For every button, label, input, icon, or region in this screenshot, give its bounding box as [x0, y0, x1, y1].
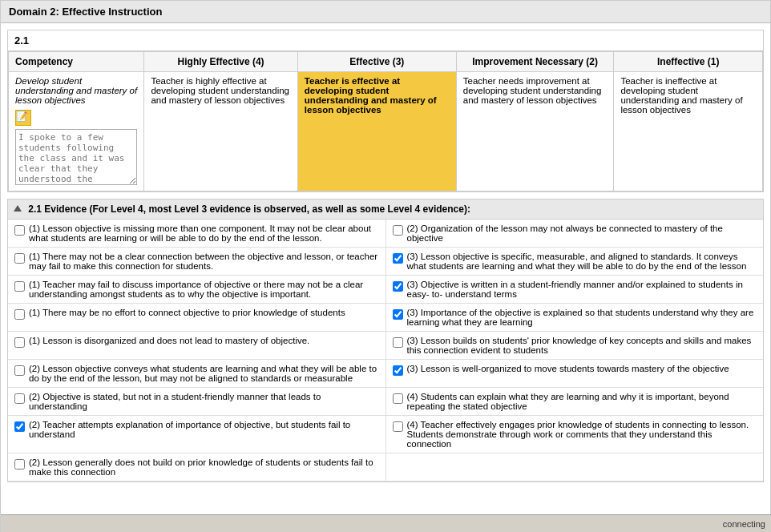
- col-ineffective: Ineffective (1): [614, 52, 763, 72]
- evidence-left-cell: (2) Objective is stated, but not in a st…: [8, 388, 386, 416]
- evidence-left-checkbox-group: (1) Lesson objective is missing more tha…: [14, 224, 379, 243]
- evidence-right-checkbox-group: (3) Lesson objective is specific, measur…: [393, 252, 757, 271]
- evidence-left-checkbox-group: (2) Lesson generally does not build on p…: [14, 457, 379, 477]
- evidence-right-cell: (3) Lesson is well-organized to move stu…: [386, 360, 763, 388]
- evidence-right-text: (3) Lesson is well-organized to move stu…: [407, 364, 729, 373]
- evidence-row: (2) Lesson objective conveys what studen…: [8, 360, 763, 388]
- section-21: 2.1 Competency Highly Effective (4) Effe…: [7, 30, 764, 192]
- evidence-header[interactable]: 2.1 Evidence (For Level 4, most Level 3 …: [8, 200, 763, 220]
- highly-effective-text: Teacher is highly effective at developin…: [151, 76, 289, 105]
- col-highly-effective: Highly Effective (4): [144, 52, 297, 72]
- evidence-left-text: (2) Teacher attempts explanation of impo…: [29, 420, 379, 439]
- evidence-row: (2) Objective is stated, but not in a st…: [8, 388, 763, 416]
- evidence-right-cell: (3) Objective is written in a student-fr…: [386, 276, 763, 304]
- evidence-row: (1) Lesson objective is missing more tha…: [8, 220, 763, 248]
- evidence-right-checkbox-group: (3) Objective is written in a student-fr…: [393, 280, 757, 299]
- evidence-left-checkbox-group: (1) Teacher may fail to discuss importan…: [14, 280, 379, 299]
- section-number: 2.1: [14, 34, 29, 46]
- evidence-checkbox[interactable]: [393, 421, 403, 432]
- main-container: Domain 2: Effective Instruction 2.1 Comp…: [0, 0, 771, 532]
- evidence-checkbox[interactable]: [393, 253, 403, 264]
- highly-effective-cell: Teacher is highly effective at developin…: [144, 72, 297, 191]
- evidence-checkbox[interactable]: [393, 225, 403, 236]
- note-textarea[interactable]: [15, 129, 137, 185]
- evidence-left-cell: (1) There may not be a clear connection …: [8, 248, 386, 276]
- evidence-left-cell: (2) Teacher attempts explanation of impo…: [8, 416, 386, 453]
- evidence-right-checkbox-group: (3) Importance of the objective is expla…: [393, 308, 757, 327]
- evidence-right-checkbox-group: (4) Students can explain what they are l…: [393, 392, 757, 411]
- evidence-checkbox[interactable]: [14, 365, 25, 376]
- connecting-status: connecting: [723, 519, 765, 529]
- evidence-checkbox[interactable]: [14, 309, 25, 320]
- collapse-triangle: [14, 205, 22, 212]
- evidence-right-text: (4) Teacher effectively engages prior kn…: [407, 420, 757, 449]
- effective-cell: Teacher is effective at developing stude…: [297, 72, 456, 191]
- col-effective: Effective (3): [297, 52, 456, 72]
- evidence-row: (2) Teacher attempts explanation of impo…: [8, 416, 763, 453]
- evidence-checkbox[interactable]: [393, 281, 403, 292]
- evidence-right-checkbox-group: (3) Lesson is well-organized to move stu…: [393, 364, 757, 376]
- col-competency: Competency: [9, 52, 144, 72]
- evidence-right-cell: (3) Lesson objective is specific, measur…: [386, 248, 763, 276]
- evidence-left-cell: (2) Lesson objective conveys what studen…: [8, 360, 386, 388]
- evidence-checkbox[interactable]: [14, 337, 25, 348]
- evidence-section: 2.1 Evidence (For Level 4, most Level 3 …: [7, 199, 764, 482]
- evidence-right-cell: [386, 453, 763, 482]
- evidence-right-cell: (3) Lesson builds on students' prior kno…: [386, 332, 763, 360]
- evidence-right-text: (2) Organization of the lesson may not a…: [407, 224, 757, 243]
- evidence-checkbox[interactable]: [14, 225, 25, 236]
- evidence-checkbox[interactable]: [393, 309, 403, 320]
- improvement-text: Teacher needs improvement at developing …: [463, 76, 602, 105]
- col-improvement: Improvement Necessary (2): [456, 52, 614, 72]
- evidence-left-checkbox-group: (2) Objective is stated, but not in a st…: [14, 392, 379, 411]
- evidence-right-cell: (4) Teacher effectively engages prior kn…: [386, 416, 763, 453]
- evidence-row: (1) There may not be a clear connection …: [8, 248, 763, 276]
- evidence-checkbox[interactable]: [14, 253, 25, 264]
- evidence-left-cell: (2) Lesson generally does not build on p…: [8, 453, 386, 482]
- note-icon[interactable]: 📝: [15, 110, 31, 126]
- rubric-table: Competency Highly Effective (4) Effectiv…: [8, 51, 763, 191]
- competency-cell: Develop student understanding and master…: [9, 72, 144, 191]
- evidence-left-checkbox-group: (1) There may be no effort to connect ob…: [14, 308, 379, 320]
- evidence-right-text: (3) Importance of the objective is expla…: [407, 308, 757, 327]
- evidence-left-text: (1) There may not be a clear connection …: [29, 252, 379, 271]
- status-bar: connecting: [1, 514, 771, 532]
- evidence-left-checkbox-group: (2) Teacher attempts explanation of impo…: [14, 420, 379, 439]
- evidence-row: (2) Lesson generally does not build on p…: [8, 453, 763, 482]
- ineffective-cell: Teacher is ineffective at developing stu…: [614, 72, 763, 191]
- evidence-right-text: (3) Lesson objective is specific, measur…: [407, 252, 757, 271]
- evidence-right-checkbox-group: (2) Organization of the lesson may not a…: [393, 224, 757, 243]
- evidence-right-cell: (4) Students can explain what they are l…: [386, 388, 763, 416]
- evidence-left-cell: (1) Lesson objective is missing more tha…: [8, 220, 386, 248]
- domain-header: Domain 2: Effective Instruction: [1, 1, 770, 23]
- evidence-right-text: (3) Lesson builds on students' prior kno…: [407, 336, 757, 355]
- effective-text: Teacher is effective at developing stude…: [305, 76, 437, 115]
- ineffective-text: Teacher is ineffective at developing stu…: [620, 76, 742, 115]
- evidence-left-text: (1) There may be no effort to connect ob…: [29, 308, 345, 317]
- evidence-left-cell: (1) Teacher may fail to discuss importan…: [8, 276, 386, 304]
- competency-text: Develop student understanding and master…: [15, 76, 137, 105]
- evidence-left-text: (2) Lesson objective conveys what studen…: [29, 364, 379, 383]
- evidence-right-text: (4) Students can explain what they are l…: [407, 392, 757, 411]
- evidence-left-text: (2) Lesson generally does not build on p…: [29, 457, 379, 477]
- section-21-header: 2.1: [8, 30, 763, 51]
- evidence-header-text: 2.1 Evidence (For Level 4, most Level 3 …: [28, 204, 470, 215]
- evidence-right-checkbox-group: (4) Teacher effectively engages prior kn…: [393, 420, 757, 449]
- evidence-row: (1) There may be no effort to connect ob…: [8, 304, 763, 332]
- evidence-left-cell: (1) Lesson is disorganized and does not …: [8, 332, 386, 360]
- evidence-checkbox[interactable]: [393, 393, 403, 404]
- evidence-right-text: (3) Objective is written in a student-fr…: [407, 280, 757, 299]
- evidence-right-cell: (3) Importance of the objective is expla…: [386, 304, 763, 332]
- evidence-right-cell: (2) Organization of the lesson may not a…: [386, 220, 763, 248]
- evidence-row: (1) Lesson is disorganized and does not …: [8, 332, 763, 360]
- evidence-row: (1) Teacher may fail to discuss importan…: [8, 276, 763, 304]
- evidence-checkbox[interactable]: [393, 337, 403, 348]
- improvement-cell: Teacher needs improvement at developing …: [456, 72, 614, 191]
- evidence-checkbox[interactable]: [14, 459, 25, 470]
- evidence-checkbox[interactable]: [14, 281, 25, 292]
- evidence-left-cell: (1) There may be no effort to connect ob…: [8, 304, 386, 332]
- evidence-checkbox[interactable]: [14, 393, 25, 404]
- evidence-checkbox[interactable]: [14, 421, 25, 432]
- evidence-left-checkbox-group: (2) Lesson objective conveys what studen…: [14, 364, 379, 383]
- evidence-checkbox[interactable]: [393, 365, 403, 376]
